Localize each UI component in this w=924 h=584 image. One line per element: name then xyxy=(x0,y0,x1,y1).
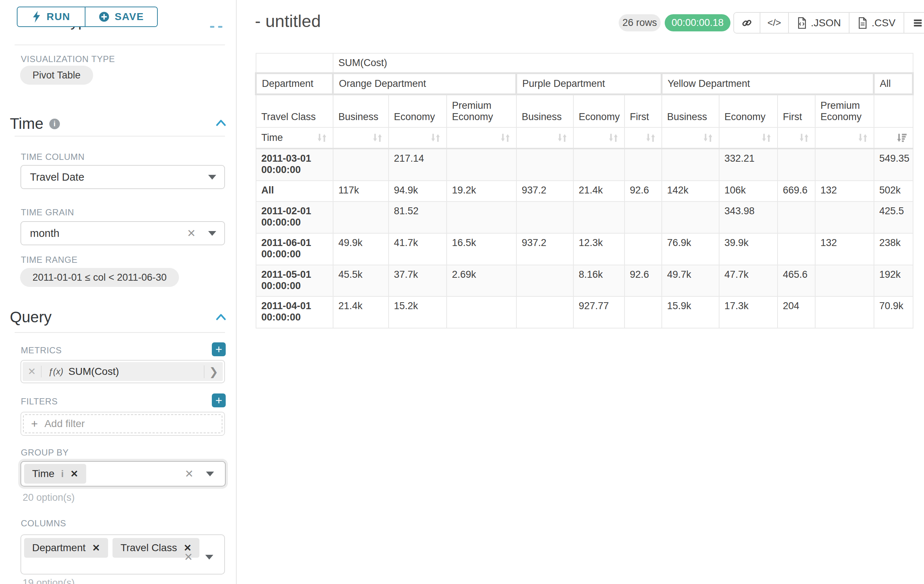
pivot-cell: 669.6 xyxy=(777,181,815,201)
run-button[interactable]: RUN xyxy=(18,7,86,26)
sort-toggle-icon[interactable] xyxy=(316,132,328,143)
pivot-cell: 21.4k xyxy=(333,296,389,328)
pivot-cell: 343.98 xyxy=(719,201,777,233)
add-filter-button[interactable]: + Add filter xyxy=(23,414,223,433)
row-header: 2011-05-01 00:00:00 xyxy=(256,265,333,296)
travel-class-header: Premium Economy xyxy=(815,95,874,127)
add-metric-button[interactable]: + xyxy=(212,342,226,356)
group-by-option-count: 20 option(s) xyxy=(23,492,75,503)
pivot-cell: 2.69k xyxy=(447,265,516,296)
clear-icon[interactable]: ✕ xyxy=(184,552,193,563)
column-dimension-label: Department xyxy=(256,73,333,95)
filters-control: + Add filter xyxy=(20,412,225,436)
time-column-label: TIME COLUMN xyxy=(21,152,85,162)
row-header: 2011-03-01 00:00:00 xyxy=(256,148,333,181)
collapse-query-icon[interactable] xyxy=(216,313,226,321)
pivot-cell: 502k xyxy=(874,181,913,201)
sort-cell xyxy=(777,127,815,148)
metrics-control: ✕ ƒ(x) SUM(Cost) ❯ xyxy=(20,360,225,383)
pivot-cell xyxy=(573,201,625,233)
pivot-cell: 132 xyxy=(815,181,874,201)
department-header: All xyxy=(874,73,913,95)
row-dimension-label: Travel Class xyxy=(256,95,333,127)
sort-toggle-icon[interactable] xyxy=(857,132,868,143)
pivot-cell xyxy=(815,201,874,233)
travel-class-header: Business xyxy=(662,95,719,127)
menu-button[interactable] xyxy=(904,13,924,33)
filters-label: FILTERS xyxy=(21,396,58,406)
chart-title[interactable]: - untitled xyxy=(255,11,321,31)
sort-descending-icon[interactable] xyxy=(896,132,908,143)
sort-toggle-icon[interactable] xyxy=(608,132,619,143)
time-range-chip[interactable]: 2011-01-01 ≤ col < 2011-06-30 xyxy=(20,268,179,287)
expand-metric-icon[interactable]: ❯ xyxy=(204,365,223,378)
export-csv-button[interactable]: .CSV xyxy=(850,13,904,33)
save-button[interactable]: SAVE xyxy=(86,7,157,26)
query-duration-badge: 00:00:00.18 xyxy=(665,14,731,31)
file-code-icon xyxy=(797,17,807,29)
travel-class-header: Economy xyxy=(389,95,447,127)
columns-select[interactable]: Department ✕ Travel Class ✕ ✕ xyxy=(20,535,225,574)
pivot-cell: 937.2 xyxy=(516,233,573,265)
metric-chip[interactable]: ƒ(x) SUM(Cost) xyxy=(42,366,204,377)
time-column-select[interactable]: Travel Date xyxy=(20,165,225,189)
sort-toggle-icon[interactable] xyxy=(430,132,441,143)
pivot-cell: 106k xyxy=(719,181,777,201)
travel-class-header: Premium Economy xyxy=(447,95,516,127)
department-header: Yellow Department xyxy=(662,73,874,95)
visualization-type-chip[interactable]: Pivot Table xyxy=(20,66,93,85)
sort-cell xyxy=(815,127,874,148)
pivot-cell: 238k xyxy=(874,233,913,265)
pivot-cell: 332.21 xyxy=(719,148,777,181)
travel-class-header: First xyxy=(625,95,662,127)
sort-toggle-icon[interactable] xyxy=(645,132,656,143)
section-divider xyxy=(15,332,225,333)
pivot-cell: 19.2k xyxy=(447,181,516,201)
clear-icon[interactable]: ✕ xyxy=(187,228,196,239)
pivot-cell xyxy=(815,296,874,328)
clear-icon[interactable]: ✕ xyxy=(185,469,193,479)
row-header: 2011-06-01 00:00:00 xyxy=(256,233,333,265)
pivot-cell: 12.3k xyxy=(573,233,625,265)
section-divider xyxy=(15,136,225,137)
export-json-button[interactable]: .JSON xyxy=(789,13,850,33)
sort-toggle-icon[interactable] xyxy=(702,132,714,143)
chevron-down-icon xyxy=(208,231,216,236)
travel-class-header: Economy xyxy=(573,95,625,127)
pivot-cell xyxy=(333,148,389,181)
share-link-button[interactable] xyxy=(734,13,761,33)
hidden-control-icon xyxy=(210,26,214,28)
view-query-button[interactable]: </> xyxy=(761,13,789,33)
pivot-cell: 39.9k xyxy=(719,233,777,265)
plus-icon: + xyxy=(31,418,38,429)
remove-metric-icon[interactable]: ✕ xyxy=(23,366,42,377)
pivot-cell xyxy=(516,296,573,328)
remove-chip-icon[interactable]: ✕ xyxy=(70,468,78,480)
sort-cell xyxy=(333,127,389,148)
travel-class-header: Business xyxy=(333,95,389,127)
pivot-cell: 132 xyxy=(815,233,874,265)
chevron-down-icon xyxy=(206,472,214,476)
sort-cell xyxy=(625,127,662,148)
remove-chip-icon[interactable]: ✕ xyxy=(92,542,100,554)
code-icon: </> xyxy=(767,17,781,28)
collapse-time-icon[interactable] xyxy=(216,119,226,126)
pivot-cell: 117k xyxy=(333,181,389,201)
pivot-cell: 92.6 xyxy=(625,265,662,296)
columns-chip[interactable]: Department ✕ xyxy=(24,538,108,558)
pivot-cell: 49.7k xyxy=(662,265,719,296)
sort-cell xyxy=(874,127,913,148)
sort-toggle-icon[interactable] xyxy=(500,132,511,143)
sort-cell xyxy=(389,127,447,148)
time-grain-select[interactable]: month ✕ xyxy=(20,221,225,245)
pivot-cell: 927.77 xyxy=(573,296,625,328)
sort-toggle-icon[interactable] xyxy=(799,132,810,143)
sort-toggle-icon[interactable] xyxy=(557,132,568,143)
time-section-title: Time xyxy=(10,115,43,133)
sort-toggle-icon[interactable] xyxy=(761,132,772,143)
pivot-cell: 45.5k xyxy=(333,265,389,296)
group-by-chip[interactable]: Time i ✕ xyxy=(24,464,86,484)
group-by-select[interactable]: Time i ✕ ✕ xyxy=(20,461,226,487)
sort-toggle-icon[interactable] xyxy=(372,132,383,143)
add-filter-plus-button[interactable]: + xyxy=(212,393,226,407)
